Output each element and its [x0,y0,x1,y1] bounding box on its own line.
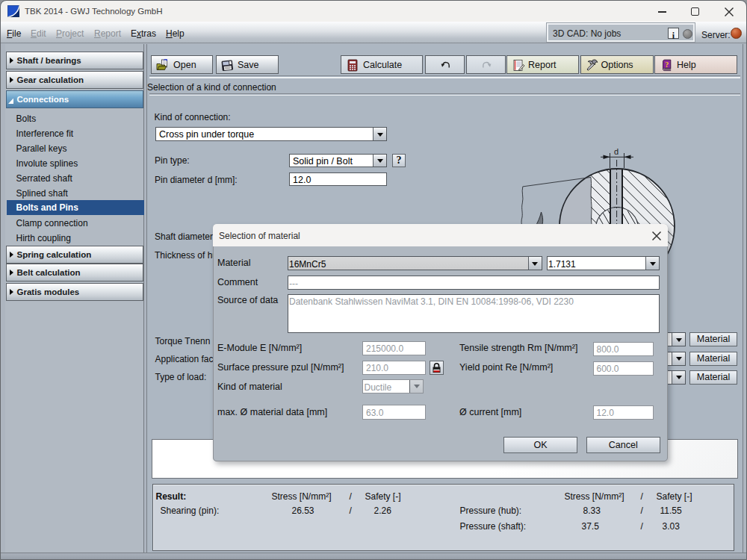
svg-text:?: ? [665,60,669,69]
svg-text:d: d [614,147,619,156]
